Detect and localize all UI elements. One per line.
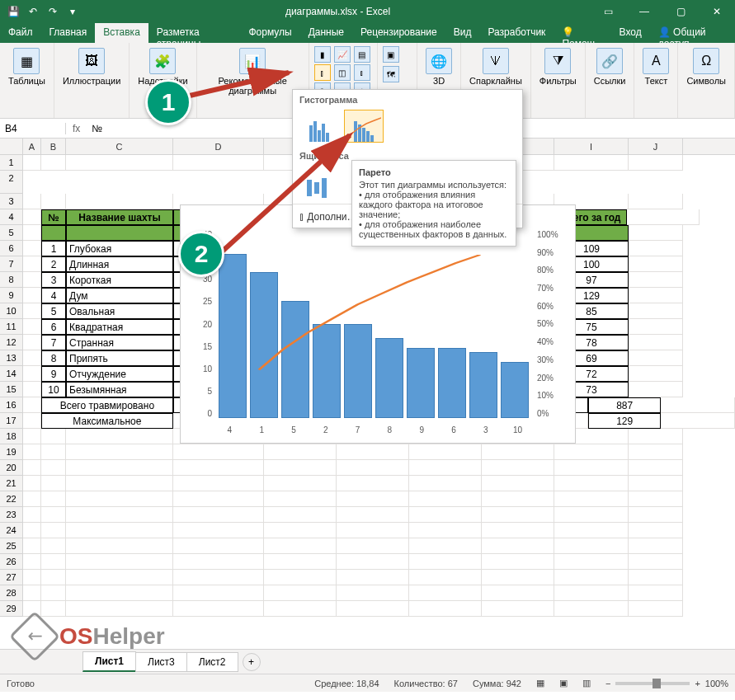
cell[interactable]: [629, 303, 683, 319]
cell[interactable]: [409, 444, 482, 460]
cell[interactable]: [264, 476, 337, 491]
cell[interactable]: [337, 570, 409, 585]
cell[interactable]: Овальная: [66, 303, 173, 319]
cell[interactable]: [629, 241, 683, 256]
cell[interactable]: [23, 350, 41, 366]
cell[interactable]: [66, 523, 173, 538]
cell[interactable]: [337, 585, 409, 601]
row-header[interactable]: 12: [0, 335, 23, 350]
col-J[interactable]: J: [629, 139, 683, 154]
cell[interactable]: [173, 538, 264, 554]
close-icon[interactable]: ✕: [699, 0, 735, 23]
tab-insert[interactable]: Вставка: [95, 23, 148, 43]
cell[interactable]: [629, 460, 683, 476]
cell[interactable]: [173, 554, 264, 570]
cell[interactable]: [409, 523, 482, 538]
row-header[interactable]: 14: [0, 366, 23, 382]
cell[interactable]: [66, 429, 173, 444]
cell[interactable]: [66, 570, 173, 585]
cell[interactable]: [173, 601, 264, 617]
cell[interactable]: [629, 601, 683, 617]
row-header[interactable]: 5: [0, 225, 23, 241]
cell[interactable]: [173, 460, 264, 476]
row-header[interactable]: 27: [0, 570, 23, 585]
row-header[interactable]: 23: [0, 507, 23, 523]
cell[interactable]: [41, 538, 66, 554]
row-header[interactable]: 25: [0, 538, 23, 554]
row-header[interactable]: 24: [0, 523, 23, 538]
cell[interactable]: 129: [588, 413, 661, 429]
cell[interactable]: [23, 155, 41, 171]
cell[interactable]: [23, 303, 41, 319]
cell[interactable]: [173, 570, 264, 585]
cell[interactable]: [23, 476, 41, 491]
col-A[interactable]: A: [23, 139, 41, 154]
tables-button[interactable]: ▦Таблицы: [5, 46, 49, 87]
cell[interactable]: Название шахты: [66, 209, 173, 225]
cell[interactable]: [264, 507, 337, 523]
cell[interactable]: [66, 491, 173, 507]
cell[interactable]: [629, 491, 683, 507]
new-sheet-button[interactable]: +: [243, 653, 261, 671]
cell[interactable]: [41, 155, 66, 171]
cell[interactable]: [482, 585, 554, 601]
cell[interactable]: Длинная: [66, 256, 173, 272]
qa-more-icon[interactable]: ▾: [66, 5, 79, 18]
cell[interactable]: [482, 601, 554, 617]
cell[interactable]: [41, 601, 66, 617]
cell[interactable]: [661, 413, 735, 429]
cell[interactable]: [173, 491, 264, 507]
cell[interactable]: №: [41, 209, 66, 225]
cell[interactable]: [41, 523, 66, 538]
cell[interactable]: [554, 538, 629, 554]
cell[interactable]: [661, 397, 735, 413]
redo-icon[interactable]: ↷: [46, 5, 59, 18]
cell[interactable]: [629, 570, 683, 585]
cell[interactable]: [554, 155, 629, 171]
cell[interactable]: [66, 601, 173, 617]
row-header[interactable]: 21: [0, 476, 23, 491]
cell[interactable]: [41, 507, 66, 523]
row-header[interactable]: 7: [0, 256, 23, 272]
cell[interactable]: [337, 523, 409, 538]
cell[interactable]: [337, 460, 409, 476]
row-header[interactable]: 18: [0, 429, 23, 444]
select-all-corner[interactable]: [0, 139, 23, 154]
tab-review[interactable]: Рецензирование: [352, 23, 445, 43]
cell[interactable]: [554, 554, 629, 570]
cell[interactable]: [41, 444, 66, 460]
cell[interactable]: [264, 570, 337, 585]
row-header[interactable]: 16: [0, 397, 23, 413]
cell[interactable]: [23, 554, 41, 570]
row-header[interactable]: 11: [0, 319, 23, 335]
cell[interactable]: [66, 225, 173, 241]
cell[interactable]: Максимальное: [41, 413, 173, 429]
col-B[interactable]: B: [41, 139, 66, 154]
cell[interactable]: [629, 272, 683, 288]
hier-chart-icon[interactable]: ◫: [334, 64, 351, 81]
row-header[interactable]: 19: [0, 444, 23, 460]
col-C[interactable]: C: [66, 139, 173, 154]
cell[interactable]: [337, 538, 409, 554]
tab-file[interactable]: Файл: [0, 23, 41, 43]
row-header[interactable]: 6: [0, 241, 23, 256]
cell[interactable]: [554, 601, 629, 617]
row-header[interactable]: 15: [0, 382, 23, 397]
cell[interactable]: Дум: [66, 288, 173, 303]
cell[interactable]: [264, 538, 337, 554]
cell[interactable]: [264, 460, 337, 476]
cell[interactable]: [629, 507, 683, 523]
cell[interactable]: 887: [588, 397, 661, 413]
col-I[interactable]: I: [554, 139, 629, 154]
row-header[interactable]: 17: [0, 413, 23, 429]
cell[interactable]: [41, 194, 66, 209]
cell[interactable]: [409, 570, 482, 585]
zoom-slider[interactable]: [615, 682, 690, 685]
cell[interactable]: [66, 194, 173, 209]
row-header[interactable]: 3: [0, 194, 23, 209]
cell[interactable]: [629, 225, 683, 241]
cell[interactable]: [23, 335, 41, 350]
tab-formulas[interactable]: Формулы: [240, 23, 299, 43]
cell[interactable]: [23, 570, 41, 585]
cell[interactable]: Безымянная: [66, 382, 173, 397]
